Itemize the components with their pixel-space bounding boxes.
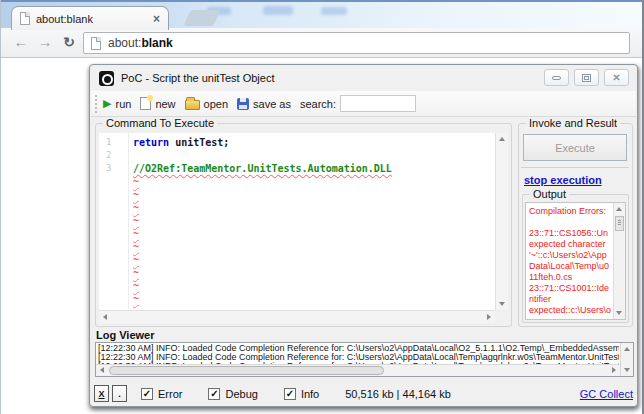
scrollbar-thumb[interactable] bbox=[615, 216, 624, 231]
dialog-titlebar[interactable]: PoC - Script the unitTest Object ✕ bbox=[90, 65, 637, 91]
editor-horizontal-scrollbar[interactable] bbox=[99, 310, 495, 323]
tab-title: about:blank bbox=[36, 13, 153, 25]
line-number: 2 bbox=[99, 149, 128, 162]
command-group: Command To Execute 1 return unitTest; 2 … bbox=[95, 123, 512, 327]
stop-execution-link[interactable]: stop execution bbox=[524, 174, 602, 186]
refresh-button[interactable]: ↻ bbox=[59, 32, 79, 52]
invoke-group-label: Invoke and Result bbox=[526, 117, 620, 129]
page-icon bbox=[91, 37, 101, 50]
editor-empty-line: ~ bbox=[99, 266, 494, 279]
open-button[interactable]: open bbox=[185, 97, 228, 110]
empty-line-marker: ~ bbox=[99, 175, 139, 188]
new-button[interactable]: new bbox=[140, 97, 175, 110]
checkbox-check-icon: ✓ bbox=[208, 388, 220, 400]
run-label: run bbox=[115, 98, 131, 110]
new-label: new bbox=[155, 98, 175, 110]
checkbox-check-icon: ✓ bbox=[284, 388, 296, 400]
page-icon bbox=[20, 12, 30, 25]
dialog-toolbar: ▶ run new open save as search: bbox=[91, 91, 636, 117]
background-artifact bbox=[263, 6, 293, 15]
poc-dialog-window: PoC - Script the unitTest Object ✕ ▶ run… bbox=[89, 64, 638, 407]
output-box[interactable]: Compilation Errors: 23::71::CS1056::Unex… bbox=[525, 202, 626, 320]
code-plain: unitTest; bbox=[169, 137, 229, 148]
empty-line-marker: ~ bbox=[99, 292, 139, 305]
debug-checkbox[interactable]: ✓ Debug bbox=[208, 388, 257, 400]
empty-line-marker: ~ bbox=[99, 214, 139, 227]
output-line: Compilation Errors: bbox=[529, 206, 612, 217]
scroll-up-icon[interactable] bbox=[624, 347, 630, 351]
scroll-right-icon[interactable] bbox=[612, 367, 616, 373]
scroll-down-icon[interactable] bbox=[616, 311, 622, 315]
code-text: return unitTest; bbox=[128, 136, 229, 149]
error-checkbox[interactable]: ✓ Error bbox=[141, 388, 182, 400]
save-icon bbox=[237, 98, 249, 110]
debug-checkbox-label: Debug bbox=[225, 388, 257, 400]
scroll-right-icon[interactable] bbox=[487, 314, 491, 320]
scroll-up-icon[interactable] bbox=[499, 137, 505, 141]
forward-button[interactable]: → bbox=[35, 32, 55, 52]
line-number: 3 bbox=[99, 162, 128, 175]
address-focus: blank bbox=[141, 36, 172, 50]
editor-empty-line: ~ bbox=[99, 201, 494, 214]
scroll-left-icon[interactable] bbox=[100, 367, 104, 373]
scroll-down-icon[interactable] bbox=[499, 302, 505, 306]
output-line: 23::71::CS1056::Unexpected character '~'… bbox=[529, 228, 612, 283]
editor-line: 1 return unitTest; bbox=[99, 136, 494, 149]
divider bbox=[521, 167, 629, 168]
new-tab-button[interactable] bbox=[183, 10, 220, 26]
search-input[interactable] bbox=[340, 95, 416, 112]
scroll-left-icon[interactable] bbox=[103, 314, 107, 320]
dot-button[interactable]: . bbox=[112, 385, 127, 402]
log-vertical-scrollbar[interactable] bbox=[620, 343, 633, 376]
toolbar-grip[interactable] bbox=[95, 95, 98, 113]
editor-empty-line: ~ bbox=[99, 279, 494, 292]
back-button[interactable]: ← bbox=[11, 32, 31, 52]
output-line bbox=[529, 217, 612, 228]
log-horizontal-scrollbar[interactable] bbox=[96, 364, 620, 376]
editor-empty-line: ~ bbox=[99, 240, 494, 253]
empty-line-marker: ~ bbox=[99, 240, 139, 253]
run-icon: ▶ bbox=[103, 98, 111, 109]
output-scrollbar[interactable] bbox=[613, 203, 625, 319]
empty-line-marker: ~ bbox=[99, 188, 139, 201]
output-text: Compilation Errors: 23::71::CS1056::Unex… bbox=[529, 206, 612, 317]
log-viewer-label: Log Viewer bbox=[96, 329, 154, 341]
scroll-up-icon[interactable] bbox=[616, 207, 622, 211]
empty-line-marker: ~ bbox=[99, 266, 139, 279]
scrollbar-thumb[interactable] bbox=[109, 366, 384, 375]
close-icon: ✕ bbox=[612, 73, 620, 83]
line-number: 1 bbox=[99, 136, 128, 149]
close-button[interactable]: ✕ bbox=[604, 69, 629, 86]
editor-empty-line: ~ bbox=[99, 227, 494, 240]
minimize-icon bbox=[552, 76, 561, 80]
editor-line: 2 bbox=[99, 149, 494, 162]
editor-empty-line: ~ bbox=[99, 175, 494, 188]
browser-toolbar: ← → ↻ about:blank bbox=[1, 28, 642, 58]
execute-button[interactable]: Execute bbox=[523, 134, 627, 161]
info-checkbox[interactable]: ✓ Info bbox=[284, 388, 319, 400]
maximize-button[interactable] bbox=[574, 69, 599, 86]
new-file-icon bbox=[140, 97, 151, 110]
save-as-button[interactable]: save as bbox=[237, 98, 291, 110]
log-viewer[interactable]: [12:22:30 AM] INFO: Loaded Code Completi… bbox=[95, 342, 634, 377]
tab-close-icon[interactable]: × bbox=[153, 13, 160, 25]
clear-log-button[interactable]: X bbox=[94, 385, 109, 402]
o2-app-icon bbox=[99, 71, 114, 86]
address-prefix: about: bbox=[108, 36, 141, 50]
gc-collect-link[interactable]: GC Collect bbox=[580, 388, 633, 400]
empty-line-marker: ~ bbox=[99, 279, 139, 292]
minimize-button[interactable] bbox=[544, 69, 569, 86]
save-as-label: save as bbox=[253, 98, 291, 110]
run-button[interactable]: ▶ run bbox=[103, 98, 131, 110]
code-editor[interactable]: 1 return unitTest; 2 3 //O2Ref:TeamMento… bbox=[99, 133, 508, 323]
error-checkbox-label: Error bbox=[158, 388, 182, 400]
editor-lines: 1 return unitTest; 2 3 //O2Ref:TeamMento… bbox=[99, 136, 494, 309]
address-bar[interactable]: about:blank bbox=[83, 32, 630, 54]
open-label: open bbox=[204, 98, 228, 110]
editor-empty-line: ~ bbox=[99, 292, 494, 305]
code-keyword: return bbox=[133, 137, 169, 148]
editor-vertical-scrollbar[interactable] bbox=[495, 133, 508, 310]
open-folder-icon bbox=[185, 100, 200, 110]
browser-tab[interactable]: about:blank × bbox=[11, 6, 169, 30]
scroll-down-icon[interactable] bbox=[624, 368, 630, 372]
